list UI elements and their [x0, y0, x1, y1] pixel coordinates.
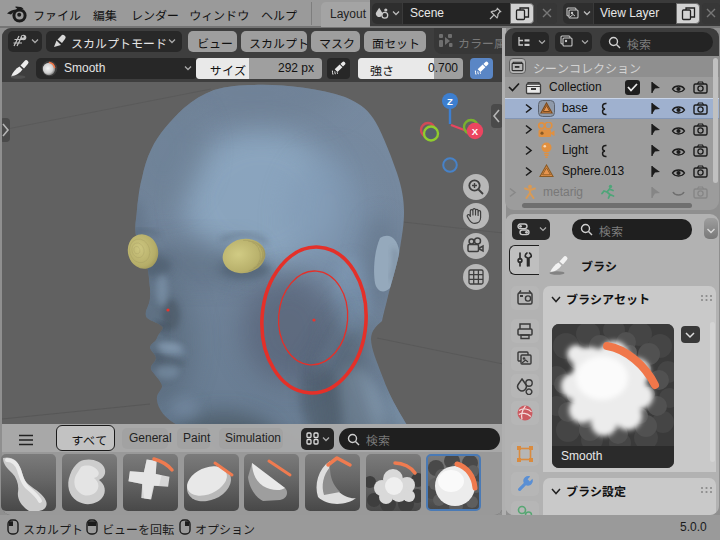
svg-text:Z: Z — [447, 96, 453, 107]
svg-text:X: X — [472, 126, 479, 137]
